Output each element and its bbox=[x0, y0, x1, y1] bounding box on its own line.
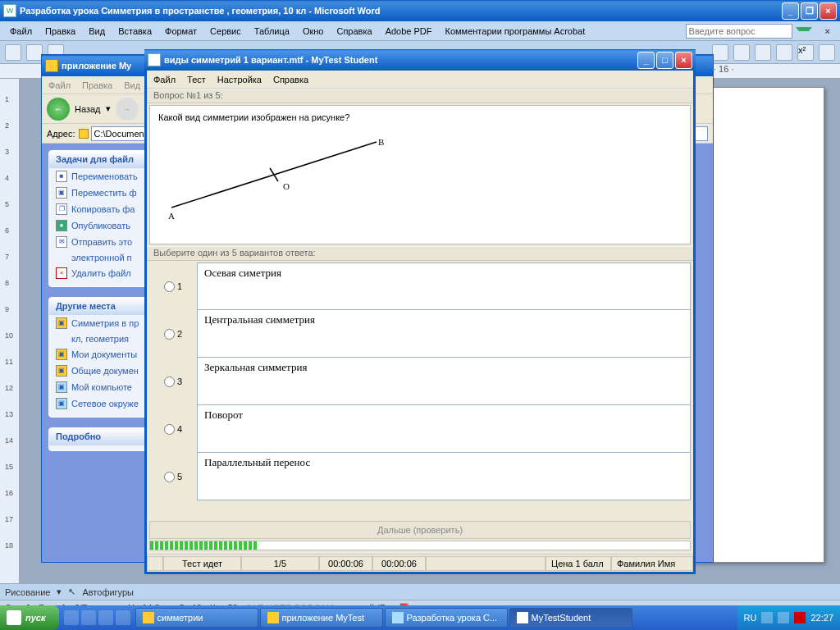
mytest-menu-file[interactable]: Файл bbox=[153, 75, 176, 84]
computer-icon: ▣ bbox=[56, 381, 67, 393]
status-cell bbox=[426, 556, 546, 571]
answer-row-2: 2 Центральная симметрия bbox=[149, 310, 691, 358]
superscript-button[interactable]: x² bbox=[797, 44, 814, 61]
task-folder[interactable]: симметрии bbox=[135, 608, 258, 628]
list-numbered-button[interactable] bbox=[755, 44, 771, 61]
toolbar-btn[interactable] bbox=[26, 44, 43, 61]
ask-dropdown-icon[interactable] bbox=[796, 27, 812, 34]
tray-icon[interactable] bbox=[778, 612, 789, 623]
word-title-text: Разработка урока Симметрия в пространств… bbox=[20, 6, 782, 16]
ql-icon[interactable] bbox=[64, 610, 79, 625]
folder-icon bbox=[267, 612, 279, 623]
question-area: Какой вид симметрии изображен на рисунке… bbox=[149, 105, 691, 244]
word-menu-window[interactable]: Окно bbox=[298, 25, 329, 38]
answer-radio-2[interactable] bbox=[164, 329, 175, 340]
answer-text-3[interactable]: Зеркальная симметрия bbox=[197, 358, 691, 405]
tray-icon[interactable] bbox=[794, 612, 806, 623]
doc-close-button[interactable]: × bbox=[820, 25, 835, 38]
word-close-button[interactable]: × bbox=[819, 2, 837, 20]
tray-icon[interactable] bbox=[761, 612, 773, 623]
answer-radio-3[interactable] bbox=[164, 377, 175, 387]
ask-question-input[interactable] bbox=[686, 24, 792, 39]
word-menu-bar: Файл Правка Вид Вставка Формат Сервис Та… bbox=[0, 21, 840, 41]
draw-menu[interactable]: Рисование bbox=[5, 587, 50, 597]
mytest-menu-test[interactable]: Тест bbox=[187, 75, 206, 84]
mytest-icon bbox=[148, 53, 161, 66]
answer-row-1: 1 Осевая симетрия bbox=[149, 262, 691, 310]
ql-icon[interactable] bbox=[81, 610, 96, 625]
answer-row-3: 3 Зеркальная симметрия bbox=[149, 358, 691, 405]
task-mytest-app[interactable]: MyTestStudent bbox=[509, 608, 632, 628]
answer-radio-5[interactable] bbox=[164, 472, 175, 482]
mytest-maximize-button[interactable]: □ bbox=[656, 52, 673, 69]
word-minimize-button[interactable]: _ bbox=[782, 2, 799, 20]
word-menu-adobe[interactable]: Adobe PDF bbox=[381, 25, 437, 38]
answer-num: 3 bbox=[177, 377, 182, 386]
system-tray: RU 22:27 bbox=[737, 605, 840, 630]
explorer-menu-view[interactable]: Вид bbox=[124, 80, 140, 90]
forward-button[interactable]: → bbox=[116, 98, 139, 121]
word-restore-button[interactable]: ❐ bbox=[801, 2, 818, 20]
ask-question-box[interactable] bbox=[686, 24, 792, 39]
answers-hint-bar: Выберите один из 5 вариантов ответа: bbox=[147, 246, 693, 261]
move-icon: ▣ bbox=[56, 187, 67, 199]
taskbar: пуск симметрии приложение MyTest Разрабо… bbox=[0, 605, 840, 630]
mytest-title-text: виды симметрий 1 вариант.mtf - MyTest St… bbox=[164, 55, 637, 65]
svg-line-1 bbox=[270, 168, 278, 181]
network-icon: ▣ bbox=[56, 398, 67, 409]
mytest-menu-settings[interactable]: Настройка bbox=[217, 75, 262, 84]
word-menu-acrobat[interactable]: Комментарии программы Acrobat bbox=[441, 25, 591, 38]
answer-text-1[interactable]: Осевая симетрия bbox=[197, 262, 691, 310]
answer-num: 5 bbox=[177, 472, 182, 482]
delete-icon: × bbox=[56, 267, 67, 279]
mytest-menu-help[interactable]: Справка bbox=[273, 75, 308, 84]
word-icon bbox=[392, 612, 404, 623]
word-menu-file[interactable]: Файл bbox=[5, 25, 37, 38]
start-button[interactable]: пуск bbox=[0, 605, 59, 630]
tray-lang[interactable]: RU bbox=[744, 613, 757, 623]
answer-radio-4[interactable] bbox=[164, 424, 175, 435]
ql-icon[interactable] bbox=[98, 610, 113, 625]
list-bullets-button[interactable] bbox=[776, 44, 792, 61]
answer-num: 1 bbox=[177, 281, 182, 291]
status-name: Фамилия Имя bbox=[611, 556, 693, 571]
task-mytest-folder[interactable]: приложение MyTest bbox=[260, 608, 383, 628]
answer-text-4[interactable]: Поворот bbox=[197, 405, 691, 453]
word-menu-format[interactable]: Формат bbox=[160, 25, 202, 38]
ql-icon[interactable] bbox=[116, 610, 130, 625]
explorer-menu-edit[interactable]: Правка bbox=[82, 80, 112, 90]
word-menu-view[interactable]: Вид bbox=[84, 25, 110, 38]
next-check-button[interactable]: Дальше (проверить) bbox=[149, 521, 691, 539]
mytest-menu: Файл Тест Настройка Справка bbox=[147, 71, 693, 89]
explorer-menu-file[interactable]: Файл bbox=[48, 80, 71, 90]
mytest-close-button[interactable]: × bbox=[675, 52, 692, 69]
word-menu-help[interactable]: Справка bbox=[331, 25, 377, 38]
answer-text-2[interactable]: Центральная симметрия bbox=[197, 310, 691, 358]
tray-clock[interactable]: 22:27 bbox=[810, 613, 833, 623]
task-word[interactable]: Разработка урока С... bbox=[385, 608, 508, 628]
pointer-icon[interactable]: ↖ bbox=[68, 587, 75, 597]
answer-text-5[interactable]: Параллельный перенос bbox=[197, 453, 691, 500]
ruler-mark: · 16 · bbox=[714, 64, 733, 74]
word-menu-insert[interactable]: Вставка bbox=[113, 25, 157, 38]
word-menu-service[interactable]: Сервис bbox=[205, 25, 246, 38]
copy-icon: ❐ bbox=[56, 203, 67, 215]
word-menu-edit[interactable]: Правка bbox=[40, 25, 80, 38]
back-label: Назад bbox=[75, 104, 101, 114]
word-titlebar: W Разработка урока Симметрия в пространс… bbox=[0, 0, 840, 21]
autofigures-menu[interactable]: Автофигуры bbox=[82, 587, 134, 597]
mail-icon: ✉ bbox=[56, 236, 67, 248]
mytest-minimize-button[interactable]: _ bbox=[637, 52, 655, 69]
status-time1: 00:00:06 bbox=[319, 556, 372, 571]
answer-num: 2 bbox=[177, 329, 182, 339]
indent-increase-button[interactable] bbox=[733, 44, 750, 61]
word-menu-table[interactable]: Таблица bbox=[249, 25, 294, 38]
style-button[interactable] bbox=[819, 44, 835, 61]
answer-radio-1[interactable] bbox=[164, 281, 175, 292]
indent-decrease-button[interactable] bbox=[712, 44, 728, 61]
folder-icon bbox=[45, 59, 58, 72]
mytest-footer: Дальше (проверить) bbox=[149, 521, 691, 550]
back-button[interactable]: ← bbox=[47, 98, 70, 121]
question-number-bar: Вопрос №1 из 5: bbox=[147, 89, 693, 103]
toolbar-btn[interactable] bbox=[5, 44, 21, 61]
